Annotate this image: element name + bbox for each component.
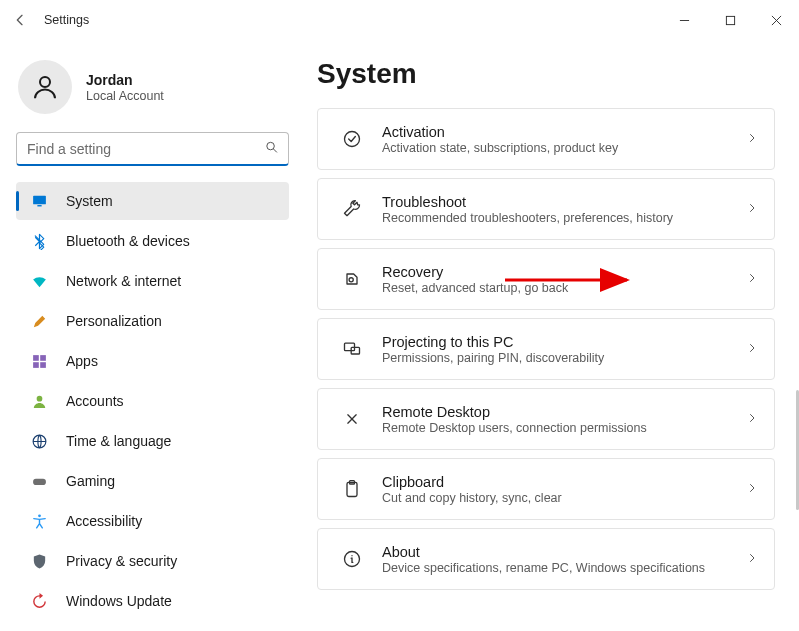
sidebar-item-network[interactable]: Network & internet [16, 262, 289, 300]
card-subtitle: Cut and copy history, sync, clear [382, 491, 746, 505]
chevron-right-icon [746, 410, 758, 428]
profile-subtitle: Local Account [86, 89, 164, 103]
sidebar-item-apps[interactable]: Apps [16, 342, 289, 380]
chevron-right-icon [746, 270, 758, 288]
sidebar-item-label: Accessibility [66, 513, 142, 529]
sidebar-item-time[interactable]: Time & language [16, 422, 289, 460]
sidebar-item-personalization[interactable]: Personalization [16, 302, 289, 340]
cards-list: ActivationActivation state, subscription… [317, 108, 775, 590]
monitor-icon [30, 192, 48, 210]
recovery-icon [334, 269, 370, 289]
apps-icon [30, 352, 48, 370]
back-button[interactable] [10, 10, 30, 30]
gamepad-icon [30, 472, 48, 490]
avatar [18, 60, 72, 114]
card-about[interactable]: AboutDevice specifications, rename PC, W… [317, 528, 775, 590]
page-title: System [317, 58, 775, 90]
sidebar-item-label: Time & language [66, 433, 171, 449]
sidebar-item-label: Personalization [66, 313, 162, 329]
sidebar-item-update[interactable]: Windows Update [16, 582, 289, 620]
sidebar-item-accessibility[interactable]: Accessibility [16, 502, 289, 540]
nav-list: SystemBluetooth & devicesNetwork & inter… [16, 182, 289, 620]
card-title: Troubleshoot [382, 194, 746, 210]
wrench-icon [334, 199, 370, 219]
card-title: Recovery [382, 264, 746, 280]
sidebar-item-system[interactable]: System [16, 182, 289, 220]
card-remote-desktop[interactable]: Remote DesktopRemote Desktop users, conn… [317, 388, 775, 450]
person-icon [30, 392, 48, 410]
sidebar-item-label: Privacy & security [66, 553, 177, 569]
card-recovery[interactable]: RecoveryReset, advanced startup, go back [317, 248, 775, 310]
search-input[interactable] [16, 132, 289, 166]
wifi-icon [30, 272, 48, 290]
sidebar-item-label: System [66, 193, 113, 209]
sidebar-item-label: Windows Update [66, 593, 172, 609]
globe-icon [30, 432, 48, 450]
sidebar-item-gaming[interactable]: Gaming [16, 462, 289, 500]
shield-icon [30, 552, 48, 570]
info-icon [334, 549, 370, 569]
minimize-button[interactable] [661, 5, 707, 35]
bluetooth-icon [30, 232, 48, 250]
sidebar: Jordan Local Account SystemBluetooth & d… [0, 40, 305, 631]
sidebar-item-label: Accounts [66, 393, 124, 409]
card-title: Activation [382, 124, 746, 140]
search-wrap [16, 132, 289, 166]
card-title: About [382, 544, 746, 560]
chevron-right-icon [746, 130, 758, 148]
remote-icon [334, 409, 370, 429]
card-subtitle: Device specifications, rename PC, Window… [382, 561, 746, 575]
card-title: Clipboard [382, 474, 746, 490]
chevron-right-icon [746, 480, 758, 498]
chevron-right-icon [746, 550, 758, 568]
sidebar-item-label: Gaming [66, 473, 115, 489]
card-subtitle: Remote Desktop users, connection permiss… [382, 421, 746, 435]
card-subtitle: Permissions, pairing PIN, discoverabilit… [382, 351, 746, 365]
main-content: System ActivationActivation state, subsc… [305, 40, 799, 631]
check-circle-icon [334, 129, 370, 149]
card-activation[interactable]: ActivationActivation state, subscription… [317, 108, 775, 170]
sidebar-item-label: Apps [66, 353, 98, 369]
card-troubleshoot[interactable]: TroubleshootRecommended troubleshooters,… [317, 178, 775, 240]
sidebar-item-privacy[interactable]: Privacy & security [16, 542, 289, 580]
chevron-right-icon [746, 340, 758, 358]
accessibility-icon [30, 512, 48, 530]
card-subtitle: Activation state, subscriptions, product… [382, 141, 746, 155]
card-projecting[interactable]: Projecting to this PCPermissions, pairin… [317, 318, 775, 380]
update-icon [30, 592, 48, 610]
sidebar-item-label: Network & internet [66, 273, 181, 289]
card-clipboard[interactable]: ClipboardCut and copy history, sync, cle… [317, 458, 775, 520]
sidebar-item-bluetooth[interactable]: Bluetooth & devices [16, 222, 289, 260]
sidebar-item-accounts[interactable]: Accounts [16, 382, 289, 420]
card-title: Projecting to this PC [382, 334, 746, 350]
card-subtitle: Recommended troubleshooters, preferences… [382, 211, 746, 225]
card-title: Remote Desktop [382, 404, 746, 420]
chevron-right-icon [746, 200, 758, 218]
paintbrush-icon [30, 312, 48, 330]
close-button[interactable] [753, 5, 799, 35]
sidebar-item-label: Bluetooth & devices [66, 233, 190, 249]
window-title: Settings [44, 13, 89, 27]
maximize-button[interactable] [707, 5, 753, 35]
projection-icon [334, 339, 370, 359]
titlebar: Settings [0, 0, 799, 40]
profile-block[interactable]: Jordan Local Account [18, 60, 289, 114]
card-subtitle: Reset, advanced startup, go back [382, 281, 746, 295]
clipboard-icon [334, 479, 370, 499]
profile-name: Jordan [86, 72, 164, 88]
